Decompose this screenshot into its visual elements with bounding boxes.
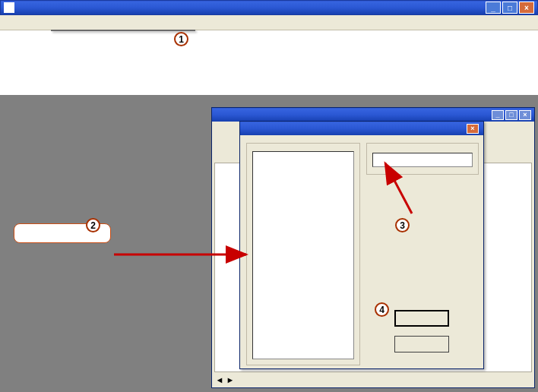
workfile-tabs: ◄ ► — [214, 374, 236, 386]
dialog-close-button[interactable]: × — [467, 124, 479, 134]
tab-next-arrow[interactable]: ► — [225, 375, 236, 384]
annotation-number-3: 3 — [395, 218, 410, 232]
cancel-button[interactable] — [394, 336, 449, 352]
menubar — [0, 15, 538, 30]
app-titlebar: _ □ × — [0, 0, 538, 15]
object-menu-dropdown — [51, 30, 195, 31]
object-name-input[interactable] — [372, 153, 473, 167]
annotation-number-2: 2 — [86, 218, 100, 232]
annotation-number-4: 4 — [375, 302, 389, 317]
workfile-titlebar[interactable]: _ □ × — [212, 108, 534, 122]
app-icon — [4, 2, 14, 13]
minimize-button[interactable]: _ — [486, 2, 501, 14]
workfile-close-button[interactable]: × — [519, 110, 531, 120]
annotation-number-1: 1 — [174, 32, 188, 46]
object-type-listbox[interactable] — [252, 151, 354, 359]
close-button[interactable]: × — [519, 2, 534, 14]
type-of-object-group — [246, 143, 360, 365]
dialog-titlebar[interactable]: × — [240, 122, 483, 135]
ok-button[interactable] — [394, 310, 449, 327]
new-object-dialog: × — [239, 121, 484, 369]
tab-prev-arrow[interactable]: ◄ — [214, 375, 225, 384]
maximize-button[interactable]: □ — [502, 2, 517, 14]
workfile-max-button[interactable]: □ — [505, 110, 517, 120]
name-for-object-group — [366, 143, 479, 175]
workfile-min-button[interactable]: _ — [492, 110, 504, 120]
